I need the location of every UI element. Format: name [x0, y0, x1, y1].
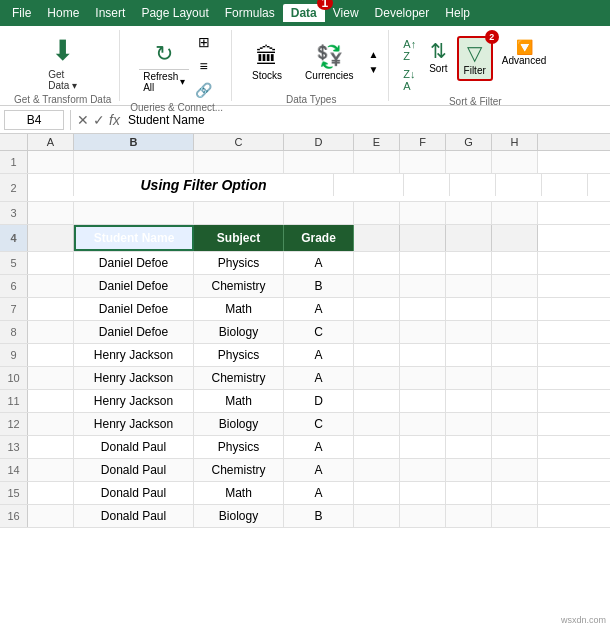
cell-e15[interactable] [354, 482, 400, 504]
col-header-g[interactable]: G [446, 134, 492, 150]
menu-formulas[interactable]: Formulas [217, 4, 283, 22]
cell-h5[interactable] [492, 252, 538, 274]
cell-a16[interactable] [28, 505, 74, 527]
cell-g4[interactable] [446, 225, 492, 251]
cell-f10[interactable] [400, 367, 446, 389]
confirm-icon[interactable]: ✓ [93, 112, 105, 128]
cell-c10[interactable]: Chemistry [194, 367, 284, 389]
cell-b9[interactable]: Henry Jackson [74, 344, 194, 366]
formula-input[interactable] [124, 111, 606, 129]
cell-b1[interactable] [74, 151, 194, 173]
col-header-f[interactable]: F [400, 134, 446, 150]
cell-d1[interactable] [284, 151, 354, 173]
cell-f7[interactable] [400, 298, 446, 320]
cancel-icon[interactable]: ✕ [77, 112, 89, 128]
menu-home[interactable]: Home [39, 4, 87, 22]
cell-a1[interactable] [28, 151, 74, 173]
cell-h12[interactable] [492, 413, 538, 435]
cell-g3[interactable] [446, 202, 492, 224]
cell-e7[interactable] [354, 298, 400, 320]
cell-c1[interactable] [194, 151, 284, 173]
cell-d8[interactable]: C [284, 321, 354, 343]
cell-b6[interactable]: Daniel Defoe [74, 275, 194, 297]
cell-g13[interactable] [446, 436, 492, 458]
az-ascending-button[interactable]: A↑Z [399, 36, 420, 64]
cell-e5[interactable] [354, 252, 400, 274]
col-header-c[interactable]: C [194, 134, 284, 150]
cell-e11[interactable] [354, 390, 400, 412]
cell-d7[interactable]: A [284, 298, 354, 320]
advanced-button[interactable]: 🔽 Advanced [497, 36, 551, 69]
cell-a5[interactable] [28, 252, 74, 274]
cell-f9[interactable] [400, 344, 446, 366]
cell-a4[interactable] [28, 225, 74, 251]
cell-c8[interactable]: Biology [194, 321, 284, 343]
cell-c4[interactable]: Subject [194, 225, 284, 251]
cell-h6[interactable] [492, 275, 538, 297]
cell-g14[interactable] [446, 459, 492, 481]
cell-f8[interactable] [400, 321, 446, 343]
cell-e2[interactable] [404, 174, 450, 196]
cell-b10[interactable]: Henry Jackson [74, 367, 194, 389]
cell-f5[interactable] [400, 252, 446, 274]
cell-f6[interactable] [400, 275, 446, 297]
cell-d4[interactable]: Grade [284, 225, 354, 251]
cell-a14[interactable] [28, 459, 74, 481]
cell-h7[interactable] [492, 298, 538, 320]
currencies-button[interactable]: 💱 Currencies [300, 32, 358, 92]
col-header-a[interactable]: A [28, 134, 74, 150]
cell-d5[interactable]: A [284, 252, 354, 274]
az-descending-button[interactable]: Z↓A [399, 66, 420, 94]
cell-e8[interactable] [354, 321, 400, 343]
menu-page-layout[interactable]: Page Layout [133, 4, 216, 22]
cell-h4[interactable] [492, 225, 538, 251]
cell-b4[interactable]: Student Name [74, 225, 194, 251]
cell-f1[interactable] [400, 151, 446, 173]
cell-c7[interactable]: Math [194, 298, 284, 320]
cell-b11[interactable]: Henry Jackson [74, 390, 194, 412]
cell-f13[interactable] [400, 436, 446, 458]
cell-h16[interactable] [492, 505, 538, 527]
cell-e9[interactable] [354, 344, 400, 366]
col-header-e[interactable]: E [354, 134, 400, 150]
cell-f16[interactable] [400, 505, 446, 527]
cell-h2[interactable] [542, 174, 588, 196]
cell-g6[interactable] [446, 275, 492, 297]
cell-g8[interactable] [446, 321, 492, 343]
cell-a10[interactable] [28, 367, 74, 389]
cell-b12[interactable]: Henry Jackson [74, 413, 194, 435]
col-header-h[interactable]: H [492, 134, 538, 150]
cell-c14[interactable]: Chemistry [194, 459, 284, 481]
cell-h10[interactable] [492, 367, 538, 389]
cell-h14[interactable] [492, 459, 538, 481]
cell-c11[interactable]: Math [194, 390, 284, 412]
cell-d15[interactable]: A [284, 482, 354, 504]
cell-h9[interactable] [492, 344, 538, 366]
cell-g11[interactable] [446, 390, 492, 412]
cell-b15[interactable]: Donald Paul [74, 482, 194, 504]
cell-reference[interactable] [4, 110, 64, 130]
cell-g12[interactable] [446, 413, 492, 435]
cell-d10[interactable]: A [284, 367, 354, 389]
cell-d11[interactable]: D [284, 390, 354, 412]
cell-f3[interactable] [400, 202, 446, 224]
cell-e12[interactable] [354, 413, 400, 435]
refresh-button[interactable]: ↻ RefreshAll ▾ [139, 39, 189, 94]
cell-e16[interactable] [354, 505, 400, 527]
properties-button[interactable]: ≡ [193, 56, 214, 76]
cell-g9[interactable] [446, 344, 492, 366]
sort-button[interactable]: ⇅ Sort [424, 36, 452, 77]
cell-d12[interactable]: C [284, 413, 354, 435]
cell-b5[interactable]: Daniel Defoe [74, 252, 194, 274]
cell-a11[interactable] [28, 390, 74, 412]
cell-b7[interactable]: Daniel Defoe [74, 298, 194, 320]
links-button[interactable]: 🔗 [193, 80, 214, 100]
cell-g15[interactable] [446, 482, 492, 504]
stocks-button[interactable]: 🏛 Stocks [242, 32, 292, 92]
cell-a2[interactable] [28, 174, 74, 196]
cell-a8[interactable] [28, 321, 74, 343]
cell-f14[interactable] [400, 459, 446, 481]
cell-h8[interactable] [492, 321, 538, 343]
cell-a15[interactable] [28, 482, 74, 504]
cell-b14[interactable]: Donald Paul [74, 459, 194, 481]
